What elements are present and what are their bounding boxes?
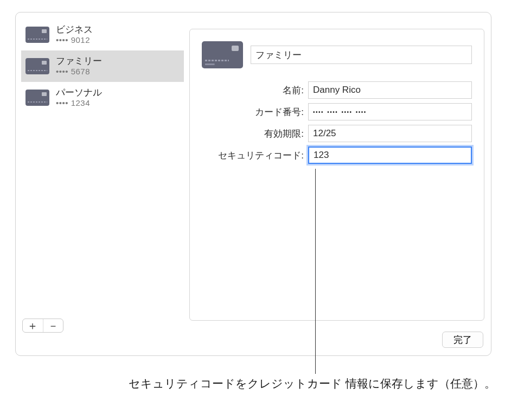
expiry-input[interactable]	[308, 125, 472, 142]
card-text: ファミリー •••• 5678	[56, 56, 102, 77]
card-subtitle: •••• 5678	[56, 67, 102, 77]
row-security: セキュリティコード:	[218, 147, 472, 164]
sidebar-button-group: ＋ －	[22, 319, 63, 333]
name-input[interactable]	[308, 81, 472, 99]
label-name: 名前:	[218, 84, 308, 97]
credit-card-icon	[25, 27, 49, 43]
card-title: ファミリー	[56, 56, 102, 67]
card-title-field[interactable]	[251, 46, 472, 64]
row-expiry: 有効期限:	[218, 125, 472, 142]
card-title: ビジネス	[56, 24, 93, 35]
card-sidebar: ビジネス •••• 9012 ファミリー •••• 5678 パーソナル •••…	[21, 19, 184, 315]
detail-header	[202, 41, 472, 68]
callout-leader-line	[315, 169, 316, 374]
card-text: ビジネス •••• 9012	[56, 24, 93, 45]
row-number: カード番号:	[218, 103, 472, 120]
label-number: カード番号:	[218, 106, 308, 118]
card-text: パーソナル •••• 1234	[56, 87, 102, 108]
card-title: パーソナル	[56, 87, 102, 98]
card-row-family[interactable]: ファミリー •••• 5678	[21, 50, 184, 82]
done-button[interactable]: 完了	[442, 332, 483, 348]
card-row-business[interactable]: ビジネス •••• 9012	[21, 19, 184, 50]
form-rows: 名前: カード番号: 有効期限: セキュリティコード:	[218, 81, 472, 164]
card-row-personal[interactable]: パーソナル •••• 1234	[21, 82, 184, 113]
label-expiry: 有効期限:	[218, 128, 308, 140]
card-number-input[interactable]	[308, 103, 472, 120]
remove-card-button[interactable]: －	[43, 319, 63, 332]
credit-card-icon	[25, 58, 49, 74]
row-name: 名前:	[218, 81, 472, 99]
card-subtitle: •••• 1234	[56, 98, 102, 108]
add-card-button[interactable]: ＋	[23, 319, 43, 332]
security-code-input[interactable]	[308, 147, 472, 164]
callout-caption: セキュリティコードをクレジットカード 情報に保存します（任意）。	[0, 376, 505, 392]
card-subtitle: •••• 9012	[56, 35, 93, 45]
credit-card-icon	[25, 90, 49, 106]
card-detail-pane: 名前: カード番号: 有効期限: セキュリティコード:	[189, 29, 484, 321]
label-security: セキュリティコード:	[218, 149, 308, 162]
credit-card-icon	[202, 41, 243, 68]
preferences-window: ビジネス •••• 9012 ファミリー •••• 5678 パーソナル •••…	[15, 12, 491, 356]
